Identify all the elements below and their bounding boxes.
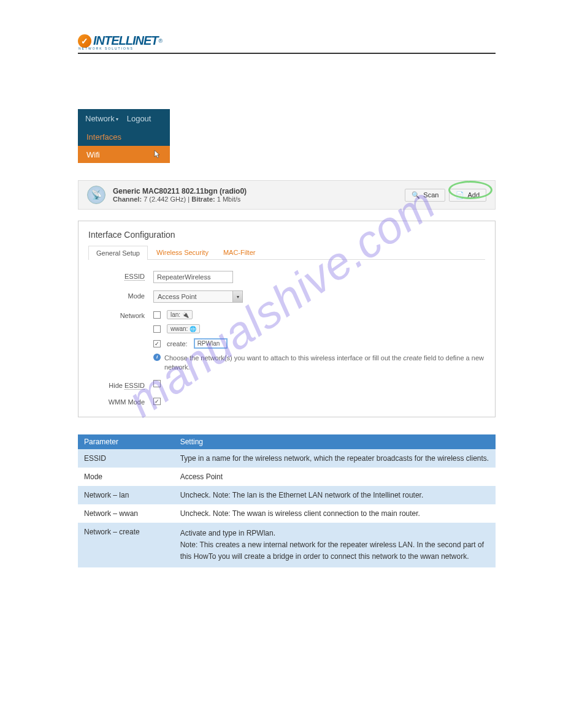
mode-select[interactable]: Access Point ▾: [153, 290, 243, 303]
radio-device-bar: 📡 Generic MAC80211 802.11bgn (radio0) Ch…: [78, 180, 496, 210]
plug-icon: 🔌: [182, 312, 189, 318]
essid-input[interactable]: [153, 271, 233, 283]
radio-subtitle: Channel: 7 (2.442 GHz) | Bitrate: 1 Mbit…: [113, 195, 397, 203]
chevron-down-icon: ▾: [232, 291, 242, 302]
cursor-icon: [153, 150, 161, 159]
add-label: Add: [467, 191, 480, 199]
registered-icon: ®: [159, 38, 163, 44]
interface-config-title: Interface Configuration: [88, 230, 485, 240]
logo-brand: INTELLINET: [93, 34, 158, 48]
nav-interfaces[interactable]: Interfaces: [78, 128, 170, 146]
network-label: Network: [88, 310, 153, 319]
network-wwan-checkbox[interactable]: [153, 325, 161, 333]
tab-mac-filter[interactable]: MAC-Filter: [217, 246, 262, 260]
table-row: Network – wwan Uncheck. Note: The wwan i…: [78, 504, 496, 523]
wmm-label: WMM Mode: [88, 396, 153, 406]
mode-value: Access Point: [154, 291, 232, 302]
create-label: create:: [167, 340, 188, 347]
table-row: ESSID Type in a name for the wireless ne…: [78, 449, 496, 468]
search-icon: 🔍: [412, 191, 420, 199]
nav-wifi[interactable]: Wifi: [78, 146, 170, 163]
nav-logout[interactable]: Logout: [127, 114, 151, 123]
config-table: Parameter Setting ESSID Type in a name f…: [78, 434, 496, 568]
wifi-icon: 📡: [87, 186, 105, 204]
nav-wifi-label: Wifi: [86, 150, 100, 159]
nav-network[interactable]: Network▾: [85, 114, 118, 123]
logo-check-icon: ✓: [78, 34, 91, 48]
network-help-text: i Choose the network(s) you want to atta…: [153, 354, 485, 373]
network-create-input[interactable]: [194, 338, 228, 349]
network-lan-badge: lan: 🔌: [167, 310, 193, 319]
globe-icon: 🌐: [190, 326, 196, 332]
info-icon: i: [153, 354, 161, 361]
hide-essid-label: Hide ESSID: [88, 380, 153, 389]
network-create-checkbox[interactable]: ✓: [153, 340, 161, 347]
wmm-checkbox[interactable]: ✓: [153, 398, 161, 405]
table-header-setting: Setting: [174, 434, 496, 449]
scan-button[interactable]: 🔍 Scan: [405, 189, 445, 202]
scan-label: Scan: [423, 191, 439, 199]
tab-wireless-security[interactable]: Wireless Security: [150, 246, 215, 260]
mode-label: Mode: [88, 290, 153, 300]
essid-label: ESSID: [88, 271, 153, 280]
table-row: Network – lan Uncheck. Note: The lan is …: [78, 486, 496, 504]
radio-title: Generic MAC80211 802.11bgn (radio0): [113, 187, 397, 195]
nav-menu-screenshot: Network▾ Logout Interfaces Wifi: [78, 109, 170, 163]
table-row: Mode Access Point: [78, 468, 496, 486]
hide-essid-checkbox[interactable]: [153, 380, 161, 387]
network-lan-checkbox[interactable]: [153, 311, 161, 319]
add-button[interactable]: 📄 Add: [449, 189, 486, 202]
tab-general-setup[interactable]: General Setup: [88, 246, 148, 260]
header-divider: [78, 53, 496, 54]
table-row: Network – create Activate and type in RP…: [78, 523, 496, 568]
logo: ✓ INTELLINET ® NETWORK SOLUTIONS: [78, 34, 496, 50]
interface-config-panel: Interface Configuration General Setup Wi…: [78, 221, 496, 417]
network-wwan-badge: wwan: 🌐: [167, 324, 200, 333]
table-header-parameter: Parameter: [78, 434, 174, 449]
add-icon: 📄: [456, 191, 464, 199]
config-tabs: General Setup Wireless Security MAC-Filt…: [88, 246, 485, 260]
